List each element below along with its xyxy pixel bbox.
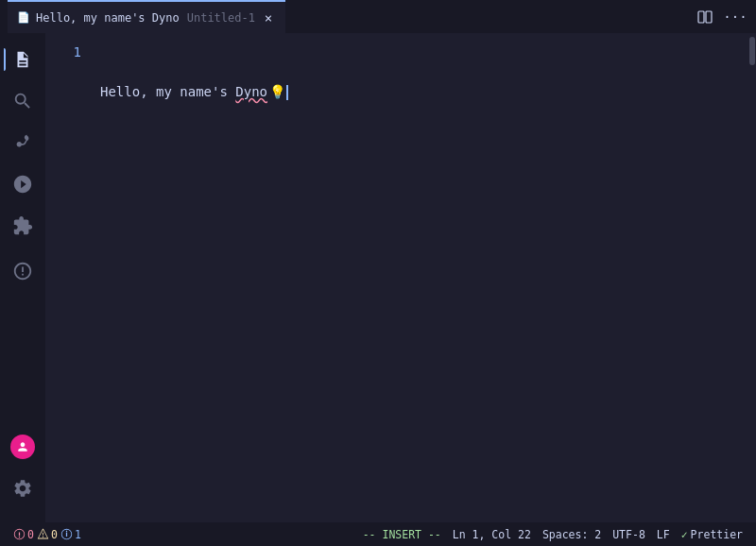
vim-mode-label: -- INSERT -- <box>363 528 441 541</box>
more-actions-icon: ··· <box>723 9 747 25</box>
main-area: 1 Hello, my name's Dyno💡 <box>0 33 756 522</box>
line-number-1: 1 <box>45 43 81 62</box>
vim-mode-status[interactable]: -- INSERT -- <box>357 522 447 546</box>
split-editor-icon <box>697 9 713 25</box>
source-control-icon[interactable] <box>4 124 42 162</box>
run-debug-icon[interactable] <box>4 165 42 203</box>
editor-content: 1 Hello, my name's Dyno💡 <box>45 33 756 522</box>
code-text-normal: Hello, my name's <box>100 82 235 102</box>
editor-scrollbar[interactable] <box>747 33 756 522</box>
info-count: 1 <box>75 528 81 541</box>
title-bar-actions: ··· <box>692 6 748 28</box>
code-editor[interactable]: Hello, my name's Dyno💡 <box>93 33 747 522</box>
more-actions-button[interactable]: ··· <box>722 6 748 28</box>
settings-icon[interactable] <box>4 469 42 507</box>
lightbulb-icon: 💡 <box>269 82 285 102</box>
activity-bar <box>0 33 45 522</box>
error-count: 0 <box>27 528 34 541</box>
line-numbers: 1 <box>45 33 93 522</box>
scrollbar-thumb <box>749 37 755 65</box>
active-tab[interactable]: 📄 Hello, my name's Dyno Untitled-1 × <box>8 0 285 33</box>
tab-close-button[interactable]: × <box>261 10 276 26</box>
account-icon[interactable] <box>4 428 42 466</box>
svg-rect-1 <box>706 11 712 23</box>
split-editor-button[interactable] <box>692 6 718 28</box>
cursor-position-status[interactable]: Ln 1, Col 22 <box>447 522 537 546</box>
spaces-status[interactable]: Spaces: 2 <box>537 522 607 546</box>
info-icon: 1 <box>60 528 81 541</box>
activity-bottom <box>4 428 42 515</box>
explorer-icon[interactable] <box>4 41 42 78</box>
text-cursor <box>286 85 288 100</box>
avatar <box>10 435 35 459</box>
cursor-position-label: Ln 1, Col 22 <box>453 528 531 541</box>
activity-top <box>4 41 42 428</box>
file-icon: 📄 <box>17 11 30 24</box>
copilot-icon[interactable] <box>4 252 42 290</box>
prettier-check-icon: ✓ <box>681 528 688 541</box>
line-ending-status[interactable]: LF <box>651 522 676 546</box>
code-text-squiggly: Dyno <box>235 82 267 102</box>
warning-icon: 0 <box>37 528 58 541</box>
search-icon[interactable] <box>4 82 42 120</box>
svg-rect-0 <box>698 11 704 23</box>
tab-filename: Hello, my name's Dyno <box>36 11 180 25</box>
status-right: -- INSERT -- Ln 1, Col 22 Spaces: 2 UTF-… <box>357 522 748 546</box>
line-ending-label: LF <box>657 528 670 541</box>
spaces-label: Spaces: 2 <box>542 528 601 541</box>
encoding-status[interactable]: UTF-8 <box>607 522 651 546</box>
prettier-label: Prettier <box>691 528 743 541</box>
code-line-1: Hello, my name's Dyno💡 <box>100 82 747 102</box>
encoding-label: UTF-8 <box>612 528 645 541</box>
title-bar: 📄 Hello, my name's Dyno Untitled-1 × ··· <box>0 0 756 33</box>
warning-count: 0 <box>51 528 58 541</box>
errors-status[interactable]: 0 0 1 <box>8 522 87 546</box>
extensions-icon[interactable] <box>4 207 42 245</box>
tab-subtitle: Untitled-1 <box>187 11 255 25</box>
status-bar: 0 0 1 -- INSERT -- Ln 1, Col 22 Space <box>0 522 756 546</box>
status-left: 0 0 1 <box>8 522 87 546</box>
error-icon: 0 <box>13 528 34 541</box>
editor-area[interactable]: 1 Hello, my name's Dyno💡 <box>45 33 756 522</box>
prettier-status[interactable]: ✓ Prettier <box>676 522 748 546</box>
